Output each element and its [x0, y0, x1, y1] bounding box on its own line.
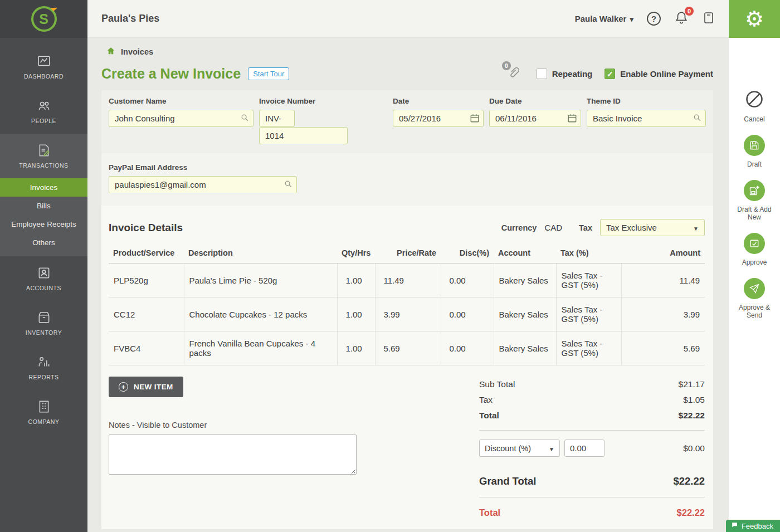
inventory-icon — [37, 310, 51, 325]
logo-icon: S — [31, 6, 57, 32]
cell-account[interactable]: Bakery Sales — [494, 263, 556, 297]
sidebar-item-employee-receipts[interactable]: Employee Receipts — [0, 215, 87, 233]
draft-button[interactable]: Draft — [731, 135, 778, 168]
search-icon[interactable] — [284, 179, 293, 191]
tax-mode-select[interactable]: Tax Exclusive — [600, 219, 705, 236]
breadcrumb-invoices[interactable]: Invoices — [121, 47, 153, 56]
cell-price[interactable]: 3.99 — [375, 297, 441, 331]
invoice-form-top: Customer Name Invoice Number INV- Date — [101, 90, 713, 153]
sidebar-item-dashboard[interactable]: DASHBOARD — [0, 45, 87, 89]
cell-disc[interactable]: 0.00 — [441, 297, 494, 331]
paypal-email-input[interactable] — [109, 176, 297, 193]
attachments-button[interactable]: 0 — [508, 66, 521, 82]
action-label: Draft & Add New — [731, 206, 778, 221]
settings-button[interactable] — [729, 0, 780, 38]
repeating-checkbox[interactable] — [537, 69, 547, 79]
col-product: Product/Service — [109, 245, 184, 263]
sidebar-item-accounts[interactable]: ACCOUNTS — [0, 256, 87, 301]
cell-product[interactable]: CC12 — [109, 297, 184, 331]
action-label: Approve — [742, 258, 767, 266]
total-label: Total — [479, 411, 499, 421]
cell-qty[interactable]: 1.00 — [337, 263, 375, 297]
cell-description[interactable]: Chocolate Cupcakes - 12 packs — [184, 297, 337, 331]
customer-name-input[interactable] — [109, 110, 254, 127]
sidebar-item-people[interactable]: PEOPLE — [0, 89, 87, 134]
cell-tax[interactable]: Sales Tax - GST (5%) — [556, 331, 621, 365]
action-label: Cancel — [744, 115, 764, 123]
theme-input[interactable] — [587, 110, 706, 127]
invoice-number-input[interactable] — [259, 127, 348, 144]
action-label: Approve & Send — [731, 304, 778, 319]
discount-type-select[interactable]: Discount (%) — [479, 440, 560, 457]
cell-amount: 5.69 — [621, 331, 705, 365]
draft-add-new-button[interactable]: Draft & Add New — [731, 180, 778, 221]
search-icon[interactable] — [693, 113, 702, 125]
sub-total-value: $21.17 — [679, 379, 705, 389]
invoice-number-field-group: Invoice Number INV- — [259, 97, 387, 144]
cell-product[interactable]: PLP520g — [109, 263, 184, 297]
main-content: Invoices Create a New Invoice Start Tour… — [87, 38, 729, 532]
table-row: FVBC4 French Vanilla Bean Cupcakes - 4 p… — [109, 331, 705, 365]
reports-icon — [37, 355, 51, 369]
cell-qty[interactable]: 1.00 — [337, 331, 375, 365]
start-tour-button[interactable]: Start Tour — [248, 67, 289, 80]
approve-send-button[interactable]: Approve & Send — [731, 278, 778, 319]
new-item-button[interactable]: NEW ITEM — [109, 377, 183, 397]
discount-input[interactable] — [564, 440, 604, 457]
logo-flag-icon — [50, 4, 57, 12]
sidebar-item-reports[interactable]: REPORTS — [0, 345, 87, 390]
search-icon[interactable] — [240, 113, 250, 125]
accounts-icon — [37, 266, 51, 280]
main-nav: DASHBOARD PEOPLE TRANSACTIONS Invoices B… — [0, 38, 87, 435]
final-total-value: $22.22 — [677, 507, 705, 518]
help-button[interactable]: ? — [647, 12, 661, 26]
cancel-button[interactable]: Cancel — [731, 89, 778, 123]
cell-description[interactable]: French Vanilla Bean Cupcakes - 4 packs — [184, 331, 337, 365]
home-icon[interactable] — [106, 46, 116, 57]
invoice-form: Customer Name Invoice Number INV- Date — [101, 90, 713, 206]
approve-button[interactable]: Approve — [731, 233, 778, 266]
cell-product[interactable]: FVBC4 — [109, 331, 184, 365]
user-menu[interactable]: Paula Walker — [575, 14, 633, 23]
invoice-details-panel: Invoice Details Currency CAD Tax Tax Exc… — [101, 206, 713, 529]
new-item-label: NEW ITEM — [134, 383, 173, 391]
approve-icon — [744, 233, 765, 254]
sidebar-item-company[interactable]: COMPANY — [0, 390, 87, 435]
cell-account[interactable]: Bakery Sales — [494, 297, 556, 331]
cell-tax[interactable]: Sales Tax - GST (5%) — [556, 297, 621, 331]
sidebar-item-others[interactable]: Others — [0, 233, 87, 252]
cell-qty[interactable]: 1.00 — [337, 297, 375, 331]
cell-disc[interactable]: 0.00 — [441, 263, 494, 297]
transactions-icon — [37, 143, 51, 158]
calendar-icon[interactable] — [567, 113, 577, 125]
sidebar-item-inventory[interactable]: INVENTORY — [0, 301, 87, 345]
col-qty: Qty/Hrs — [337, 245, 375, 263]
notification-badge: 0 — [685, 7, 694, 16]
online-payment-checkbox[interactable] — [604, 69, 615, 79]
date-label: Date — [393, 97, 484, 105]
tax-total-value: $1.05 — [683, 395, 705, 405]
app-logo[interactable]: S — [0, 0, 87, 38]
gear-icon — [745, 8, 764, 30]
draft-icon — [744, 135, 765, 156]
invoice-number-label: Invoice Number — [259, 97, 387, 105]
approve-send-icon — [744, 278, 765, 299]
calendar-icon[interactable] — [470, 113, 480, 125]
cell-tax[interactable]: Sales Tax - GST (5%) — [556, 263, 621, 297]
notifications-button[interactable]: 0 — [674, 11, 689, 27]
due-date-label: Due Date — [489, 97, 581, 105]
feedback-button[interactable]: Feedback — [726, 520, 780, 532]
dashboard-icon — [37, 54, 51, 69]
sidebar-item-bills[interactable]: Bills — [0, 197, 87, 215]
cell-disc[interactable]: 0.00 — [441, 331, 494, 365]
cell-price[interactable]: 11.49 — [375, 263, 441, 297]
sidebar-item-invoices[interactable]: Invoices — [0, 178, 87, 197]
cell-account[interactable]: Bakery Sales — [494, 331, 556, 365]
cell-description[interactable]: Paula's Lime Pie - 520g — [184, 263, 337, 297]
help-icon: ? — [651, 14, 656, 23]
online-payment-label: Enable Online Payment — [620, 69, 713, 79]
journal-button[interactable] — [702, 11, 715, 27]
sidebar-item-transactions[interactable]: TRANSACTIONS — [0, 134, 87, 178]
notes-textarea[interactable] — [109, 435, 357, 475]
cell-price[interactable]: 5.69 — [375, 331, 441, 365]
